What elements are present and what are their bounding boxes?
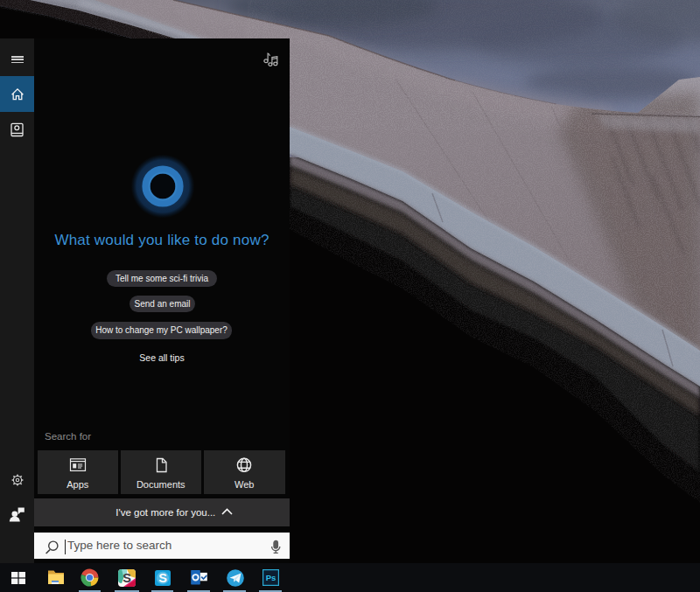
svg-text:S: S — [158, 571, 167, 585]
svg-text:S: S — [122, 571, 131, 585]
svg-text:Ps: Ps — [266, 573, 276, 582]
